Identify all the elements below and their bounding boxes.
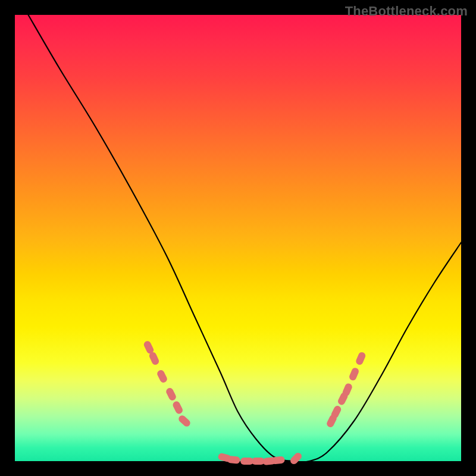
- sample-marker: [252, 458, 265, 465]
- sample-marker: [177, 414, 192, 428]
- sample-marker: [227, 456, 240, 464]
- sample-marker: [171, 400, 184, 415]
- sample-marker: [156, 369, 168, 384]
- sample-marker: [240, 458, 253, 465]
- sample-marker: [271, 456, 285, 464]
- bottleneck-curve: [29, 15, 462, 462]
- chart-svg: [15, 15, 461, 461]
- watermark-text: TheBottleneck.com: [345, 4, 468, 19]
- chart-plot-area: [15, 15, 461, 461]
- sample-marker: [289, 451, 303, 465]
- sample-marker: [348, 367, 360, 381]
- sample-marker: [355, 351, 367, 366]
- sample-marker: [165, 387, 177, 402]
